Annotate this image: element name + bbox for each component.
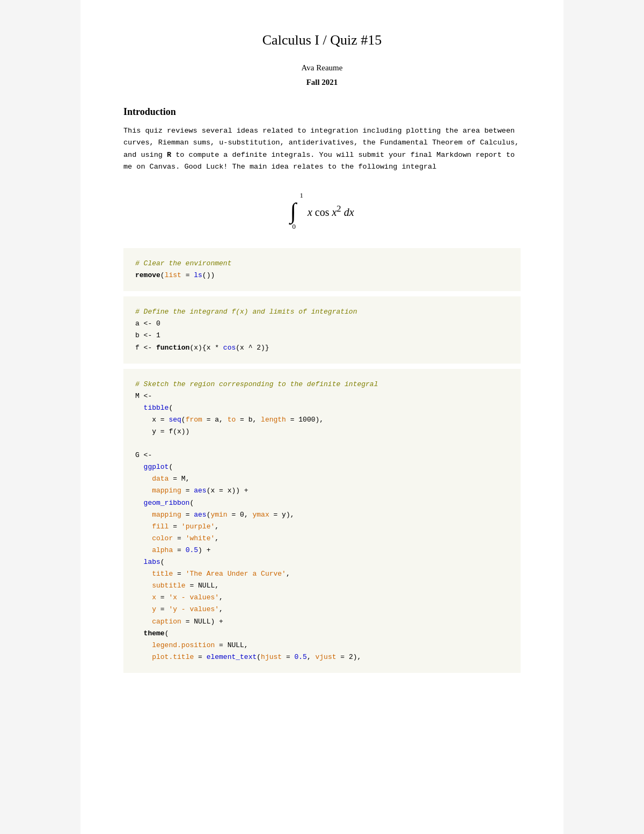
code-block-1: # Clear the environment remove(list = ls… <box>123 248 521 291</box>
page-title: Calculus I / Quiz #15 <box>123 32 521 48</box>
integral-formula: 1 ∫ 0 x cos x2 dx <box>123 188 521 231</box>
code-block-3: # Sketch the region corresponding to the… <box>123 369 521 673</box>
page-container: Calculus I / Quiz #15 Ava Reaume Fall 20… <box>80 0 564 834</box>
code-block-2: # Define the integrand f(x) and limits o… <box>123 296 521 363</box>
intro-paragraph: This quiz reviews several ideas related … <box>123 125 521 173</box>
section-heading-intro: Introduction <box>123 106 521 118</box>
curve-text: Curve <box>261 570 282 578</box>
author-name: Ava Reaume <box>123 63 521 72</box>
document-date: Fall 2021 <box>123 78 521 87</box>
